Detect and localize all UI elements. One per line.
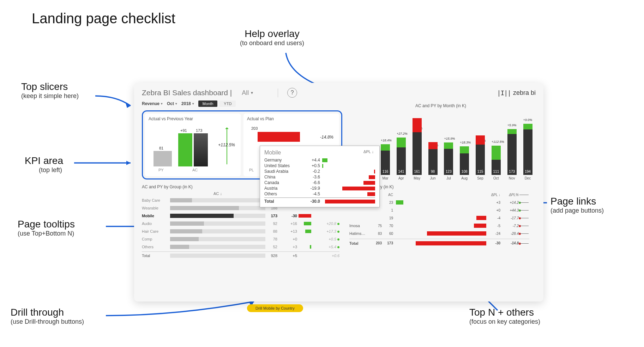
annotation-title: Drill through — [11, 307, 84, 318]
month-column: +27.2%141Apr — [394, 138, 408, 180]
annotation-help-overlay: Help overlay (to onboard end users) — [240, 28, 304, 47]
annotation-title: Help overlay — [240, 28, 304, 39]
annotation-sub: (keep it simple here) — [21, 92, 79, 100]
py-value: 81 — [159, 146, 163, 150]
annotation-top-slicers: Top slicers (keep it simple here) — [21, 81, 79, 100]
top-slicer-label: All — [242, 89, 249, 97]
slicer-month[interactable]: Oct▾ — [167, 101, 177, 106]
annotation-kpi-area: KPI area (top left) — [25, 155, 63, 174]
logo-text: zebra bi — [513, 89, 536, 97]
tooltip-col-head: ΔPL ↓ — [363, 150, 374, 154]
annotation-sub: (top left) — [39, 166, 63, 174]
delta-value: +91 — [180, 128, 187, 133]
pl-pct: -14.8% — [320, 135, 333, 140]
bar-pl-red — [258, 132, 300, 142]
pl-value: 203 — [251, 126, 258, 130]
chevron-down-icon: ▾ — [192, 102, 194, 105]
list-item: Others-4.5 — [264, 191, 375, 197]
list-item: Canada-6.6 — [264, 180, 375, 185]
list-item: China-3.6 — [264, 174, 375, 180]
table-row[interactable]: Imosa7570-5-7.2 — [349, 222, 529, 230]
kpi-title: Actual vs Previous Year — [149, 116, 237, 121]
kpi-card-py[interactable]: Actual vs Previous Year 81 PY +91 173 AC… — [145, 114, 241, 176]
month-column: +18.4%116Mar — [378, 144, 393, 180]
table-row[interactable]: Hair Care88+13+17.3 — [142, 227, 339, 235]
kpi-chart-py: 81 PY +91 173 AC +112.5% — [149, 123, 237, 173]
table-row[interactable]: 19-4-17.7 — [349, 214, 529, 222]
table-row[interactable]: Mobile173-30 — [142, 212, 339, 220]
top-slicer[interactable]: All ▾ — [239, 89, 278, 97]
table-row[interactable]: 1+0+44.3 — [349, 206, 529, 214]
annotation-title: KPI area — [25, 155, 63, 166]
kpi-title: Actual vs Plan — [247, 116, 336, 121]
svg-marker-2 — [126, 161, 131, 165]
drill-through-button[interactable]: Drill Mobile by Country — [247, 304, 303, 312]
month-column: +18.3%108Aug — [457, 146, 472, 180]
annotation-sub: (to onboard end users) — [240, 39, 304, 47]
annotation-sub: (use Top+Bottom N) — [18, 230, 75, 237]
pl-label: PL — [249, 168, 254, 172]
annotation-page-links: Page links (add page buttons) — [550, 196, 604, 214]
month-column: -22.5%115Sep — [473, 145, 488, 180]
annotation-title: Top slicers — [21, 81, 79, 92]
table-row[interactable]: Others52+3+5.4 — [142, 243, 339, 251]
monthly-title: AC and PY by Month (in K) — [346, 103, 536, 108]
dashboard-card: Zebra BI Sales dashboard | All ▾ ? |I|| … — [134, 83, 543, 302]
annotation-drill-through: Drill through (use Drill-through buttons… — [11, 307, 84, 325]
dashboard-header: Zebra BI Sales dashboard | All ▾ ? |I|| … — [134, 83, 543, 101]
col-ac: AC — [382, 193, 393, 197]
list-item: United States+0.5 — [264, 163, 375, 169]
slicer-year[interactable]: 2018▾ — [181, 101, 194, 106]
tooltip-title: Mobile — [264, 150, 375, 156]
col-dpl: ΔPL ↓ — [489, 193, 500, 197]
arrow-icon — [106, 302, 261, 324]
question-icon: ? — [291, 90, 294, 96]
table-row[interactable]: Comp78+0+0.5 — [142, 235, 339, 243]
py-pct: +112.5% — [218, 142, 235, 147]
page-tooltip: Mobile ΔPL ↓ Germany+4.4United States+0.… — [260, 146, 380, 207]
dashboard-title: Zebra BI Sales dashboard | — [142, 89, 232, 97]
table-row[interactable]: Hatims…8360-24-28.4 — [349, 230, 529, 237]
annotation-title: Page links — [550, 196, 604, 207]
col-pct: ΔPL% — [500, 193, 519, 197]
month-column: -17.4%98Jun — [426, 149, 440, 181]
chevron-down-icon: ▾ — [161, 102, 163, 105]
month-column: +9.0%194Dec — [520, 124, 535, 181]
list-item-total: Total-30.0 — [264, 197, 375, 204]
month-column: +5.9%173Nov — [505, 129, 519, 180]
annotation-sub: (focus on key categories) — [469, 318, 540, 325]
bar-delta — [178, 133, 192, 166]
col-ac: AC ↓ — [170, 191, 265, 196]
table-row-total: Total203173-30-14.8 — [349, 239, 529, 246]
chevron-down-icon: ▾ — [175, 102, 177, 105]
logo: |I|| zebra bi — [497, 89, 536, 97]
annotation-sub: (use Drill-through buttons) — [11, 318, 84, 325]
annotation-page-tooltips: Page tooltips (use Top+Bottom N) — [18, 219, 75, 237]
bar-ac — [194, 133, 208, 166]
help-button[interactable]: ? — [287, 88, 297, 98]
table-row[interactable]: Audio92+16+20.8 — [142, 220, 339, 227]
month-column: -37.3%161May — [410, 132, 424, 180]
list-item: Saudi Arabia-0.2 — [264, 169, 375, 174]
button-ytd[interactable]: YTD — [219, 101, 236, 107]
button-month[interactable]: Month — [198, 101, 218, 107]
ac-label: AC — [192, 168, 198, 172]
page-title: Landing page checklist — [32, 11, 175, 26]
slicer-measure[interactable]: Revenue▾ — [142, 101, 163, 106]
ac-value: 173 — [196, 128, 202, 133]
logo-icon: |I|| — [497, 89, 511, 97]
month-column: +15.9%123Jul — [441, 142, 456, 180]
py-label: PY — [158, 168, 164, 172]
arrow-icon — [74, 159, 138, 168]
bar-py — [154, 151, 172, 166]
annotation-sub: (add page buttons) — [550, 207, 604, 214]
chevron-down-icon: ▾ — [251, 90, 253, 95]
list-item: Austria-19.9 — [264, 185, 375, 191]
table-row-total: Total928+5+0.6 — [142, 251, 339, 259]
month-column: +112.5%111Oct — [489, 146, 503, 180]
list-item: Germany+4.4 — [264, 157, 375, 163]
annotation-title: Page tooltips — [18, 219, 75, 230]
